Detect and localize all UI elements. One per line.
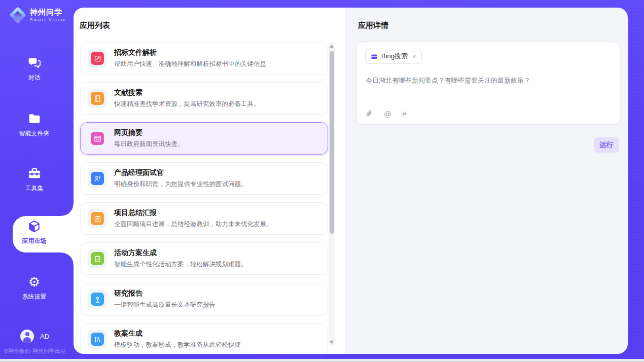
app-name: 研究报告: [114, 289, 216, 298]
brand-logo: 神州问学 Smart Vision: [10, 8, 66, 23]
app-description: 模板驱动，教案秒成，教学准备从此轻松快捷: [114, 341, 241, 349]
sidebar-item-label: 应用市场: [0, 237, 68, 245]
tool-tag-bing-search[interactable]: Bing搜索 ×: [365, 49, 422, 64]
scroll-up-icon[interactable]: [330, 45, 334, 48]
brand-logo-icon: [10, 8, 25, 23]
sidebar-item-label: 对话: [0, 74, 68, 82]
app-description: 智能生成个性化活动方案，轻松解决规划难题。: [114, 260, 247, 269]
app-name: 活动方案生成: [114, 248, 247, 258]
brand-name: 神州问学: [30, 8, 66, 17]
folder-icon: [0, 112, 68, 126]
notepad-icon: [91, 212, 104, 225]
sidebar-item-label: 工具集: [0, 184, 68, 193]
app-name: 网页摘要: [114, 128, 184, 137]
gear-icon: ⚙: [0, 275, 68, 289]
app-description: 每日政府新闻资讯快查。: [114, 140, 184, 149]
app-card-bid-document-analysis[interactable]: 招标文件解析 帮助用户快速、准确地理解和解析招标书中的关键信息: [80, 42, 328, 75]
prompt-toolbar: @ #: [366, 110, 407, 118]
app-name: 教案生成: [114, 329, 241, 338]
active-nav-fillet-bottom: [61, 252, 74, 265]
active-nav-fillet-top: [61, 204, 74, 216]
interview-icon: [91, 172, 104, 185]
user-account[interactable]: AD: [20, 330, 49, 343]
user-initials: AD: [40, 333, 49, 340]
app-name: 文献搜索: [114, 88, 260, 97]
app-window-frame: 神州问学 Smart Vision 对话 智能文件夹: [0, 0, 644, 359]
app-card-lesson-plan-generator[interactable]: 教案生成 模板驱动，教案秒成，教学准备从此轻松快捷: [80, 323, 328, 354]
app-description: 快速精准查找学术资源，提高研究效率的必备工具。: [114, 100, 260, 108]
app-list-scrollbar[interactable]: [329, 42, 335, 346]
app-description: 帮助用户快速、准确地理解和解析招标书中的关键信息: [114, 60, 266, 68]
at-icon[interactable]: @: [384, 110, 391, 118]
sidebar-item-label: 智能文件夹: [0, 129, 68, 138]
sidebar-item-label: 系统设置: [0, 293, 68, 301]
app-tile: [88, 249, 107, 268]
sidebar-item-settings[interactable]: ⚙ 系统设置: [0, 275, 68, 301]
chat-icon: [0, 56, 68, 70]
app-card-web-summary[interactable]: 网页摘要 每日政府新闻资讯快查。: [80, 122, 328, 155]
app-list-panel: 应用列表 招标文件解析 帮助用户快速、准确地理解和解析招标书中的关键信息 文献搜…: [74, 8, 345, 354]
prompt-card[interactable]: Bing搜索 × 今日湖北有哪些新闻要点？有哪些需要关注的最新政策？ @ #: [356, 42, 620, 125]
microscope-icon: [91, 293, 104, 306]
app-description: 明确身份和职责，为您提供专业性的面试问题。: [114, 180, 247, 189]
sidebar-item-app-market[interactable]: 应用市场: [0, 219, 68, 245]
prompt-input[interactable]: 今日湖北有哪些新闻要点？有哪些需要关注的最新政策？: [366, 76, 609, 86]
copyright-footer: ©神州数码·神州问学出品: [4, 348, 66, 355]
paperclip-icon[interactable]: [366, 110, 373, 118]
run-button[interactable]: 运行: [594, 137, 619, 153]
browser-code-icon: [91, 132, 104, 145]
scroll-down-icon[interactable]: [330, 341, 334, 344]
app-card-project-summary[interactable]: 项目总结汇报 全面回顾项目进展，总结经验教训，助力未来优化发展。: [80, 202, 328, 235]
hash-icon[interactable]: #: [402, 110, 406, 118]
clipboard-check-icon: [91, 252, 104, 265]
app-description: 全面回顾项目进展，总结经验教训，助力未来优化发展。: [114, 220, 273, 229]
app-tile: [88, 209, 107, 228]
app-list-title: 应用列表: [80, 21, 110, 30]
frame-dot-texture: [630, 7, 643, 352]
scrollbar-thumb[interactable]: [330, 51, 334, 234]
app-card-event-plan-generator[interactable]: 活动方案生成 智能生成个性化活动方案，轻松解决规划难题。: [80, 242, 328, 275]
sidebar-item-smart-folder[interactable]: 智能文件夹: [0, 112, 68, 138]
app-card-literature-search[interactable]: 文献搜索 快速精准查找学术资源，提高研究效率的必备工具。: [80, 82, 328, 115]
sidebar-item-chat[interactable]: 对话: [0, 56, 68, 82]
toolbox-icon: [0, 166, 68, 180]
app-card-pm-interviewer[interactable]: 产品经理面试官 明确身份和职责，为您提供专业性的面试问题。: [80, 162, 328, 195]
app-tile: [88, 330, 107, 349]
app-detail-panel: 应用详情 Bing搜索 × 今日湖北有哪些新闻要点？有哪些需要关注的最新政策？ …: [345, 8, 628, 354]
tool-tag-label: Bing搜索: [381, 52, 408, 61]
user-avatar-icon: [20, 330, 34, 343]
app-tile: [88, 169, 107, 188]
app-tile: [88, 89, 107, 108]
app-detail-title: 应用详情: [358, 21, 388, 30]
briefcase-icon: [371, 53, 378, 60]
books-icon: [91, 333, 104, 346]
sidebar-item-toolset[interactable]: 工具集: [0, 166, 68, 193]
app-name: 项目总结汇报: [114, 208, 273, 218]
app-tile: [88, 289, 107, 309]
app-tile: [88, 49, 107, 68]
cube-icon: [0, 219, 68, 233]
app-name: 产品经理面试官: [114, 168, 247, 177]
book-icon: [91, 92, 104, 105]
close-icon[interactable]: ×: [412, 53, 416, 60]
app-name: 招标文件解析: [114, 48, 266, 57]
brand-subtitle: Smart Vision: [30, 18, 66, 22]
app-tile: [88, 129, 107, 148]
app-card-research-report[interactable]: 研究报告 一键智能生成高质量长文本研究报告: [80, 283, 328, 315]
pen-square-icon: [91, 52, 104, 65]
app-description: 一键智能生成高质量长文本研究报告: [114, 301, 216, 309]
